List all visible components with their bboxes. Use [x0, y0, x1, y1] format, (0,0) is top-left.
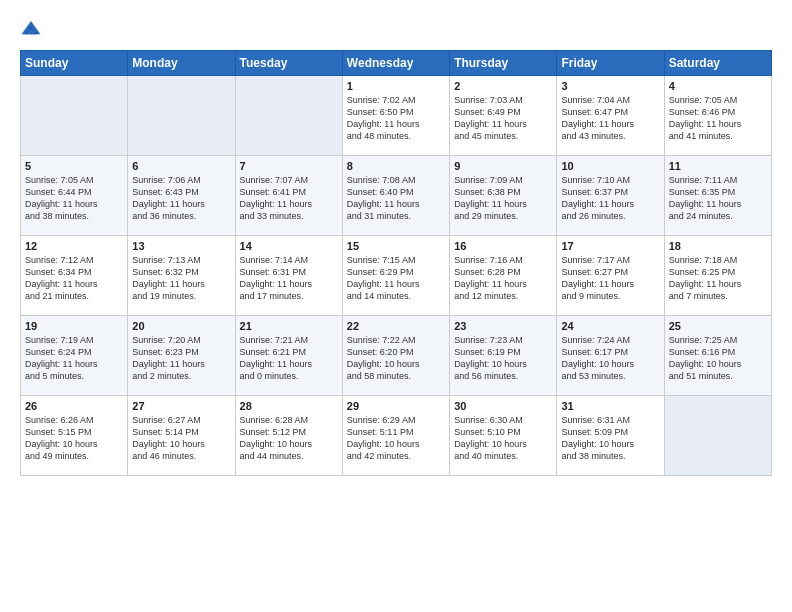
weekday-header: Sunday: [21, 51, 128, 76]
calendar-cell: 18Sunrise: 7:18 AM Sunset: 6:25 PM Dayli…: [664, 236, 771, 316]
day-number: 30: [454, 400, 552, 412]
calendar-week: 1Sunrise: 7:02 AM Sunset: 6:50 PM Daylig…: [21, 76, 772, 156]
day-info: Sunrise: 7:19 AM Sunset: 6:24 PM Dayligh…: [25, 334, 123, 383]
calendar-cell: 6Sunrise: 7:06 AM Sunset: 6:43 PM Daylig…: [128, 156, 235, 236]
day-number: 13: [132, 240, 230, 252]
calendar-cell: 20Sunrise: 7:20 AM Sunset: 6:23 PM Dayli…: [128, 316, 235, 396]
calendar-cell: 30Sunrise: 6:30 AM Sunset: 5:10 PM Dayli…: [450, 396, 557, 476]
day-number: 25: [669, 320, 767, 332]
calendar-cell: 26Sunrise: 6:26 AM Sunset: 5:15 PM Dayli…: [21, 396, 128, 476]
day-info: Sunrise: 7:18 AM Sunset: 6:25 PM Dayligh…: [669, 254, 767, 303]
day-number: 7: [240, 160, 338, 172]
calendar-cell: 9Sunrise: 7:09 AM Sunset: 6:38 PM Daylig…: [450, 156, 557, 236]
calendar-cell: 5Sunrise: 7:05 AM Sunset: 6:44 PM Daylig…: [21, 156, 128, 236]
day-number: 8: [347, 160, 445, 172]
weekday-header: Wednesday: [342, 51, 449, 76]
page: SundayMondayTuesdayWednesdayThursdayFrid…: [0, 0, 792, 612]
day-number: 5: [25, 160, 123, 172]
weekday-header: Friday: [557, 51, 664, 76]
day-number: 24: [561, 320, 659, 332]
weekday-header: Thursday: [450, 51, 557, 76]
calendar-cell: 28Sunrise: 6:28 AM Sunset: 5:12 PM Dayli…: [235, 396, 342, 476]
calendar-cell: 21Sunrise: 7:21 AM Sunset: 6:21 PM Dayli…: [235, 316, 342, 396]
day-number: 19: [25, 320, 123, 332]
day-info: Sunrise: 7:05 AM Sunset: 6:44 PM Dayligh…: [25, 174, 123, 223]
calendar-cell: 15Sunrise: 7:15 AM Sunset: 6:29 PM Dayli…: [342, 236, 449, 316]
day-number: 21: [240, 320, 338, 332]
day-info: Sunrise: 6:27 AM Sunset: 5:14 PM Dayligh…: [132, 414, 230, 463]
calendar-cell: 11Sunrise: 7:11 AM Sunset: 6:35 PM Dayli…: [664, 156, 771, 236]
day-info: Sunrise: 7:10 AM Sunset: 6:37 PM Dayligh…: [561, 174, 659, 223]
calendar-week: 19Sunrise: 7:19 AM Sunset: 6:24 PM Dayli…: [21, 316, 772, 396]
day-info: Sunrise: 7:13 AM Sunset: 6:32 PM Dayligh…: [132, 254, 230, 303]
day-number: 12: [25, 240, 123, 252]
calendar-cell: 19Sunrise: 7:19 AM Sunset: 6:24 PM Dayli…: [21, 316, 128, 396]
calendar-cell: [235, 76, 342, 156]
day-info: Sunrise: 7:22 AM Sunset: 6:20 PM Dayligh…: [347, 334, 445, 383]
day-number: 3: [561, 80, 659, 92]
calendar-body: 1Sunrise: 7:02 AM Sunset: 6:50 PM Daylig…: [21, 76, 772, 476]
day-info: Sunrise: 6:29 AM Sunset: 5:11 PM Dayligh…: [347, 414, 445, 463]
day-info: Sunrise: 7:02 AM Sunset: 6:50 PM Dayligh…: [347, 94, 445, 143]
calendar-cell: 8Sunrise: 7:08 AM Sunset: 6:40 PM Daylig…: [342, 156, 449, 236]
day-info: Sunrise: 7:20 AM Sunset: 6:23 PM Dayligh…: [132, 334, 230, 383]
day-info: Sunrise: 7:07 AM Sunset: 6:41 PM Dayligh…: [240, 174, 338, 223]
day-number: 28: [240, 400, 338, 412]
day-number: 18: [669, 240, 767, 252]
calendar-cell: 29Sunrise: 6:29 AM Sunset: 5:11 PM Dayli…: [342, 396, 449, 476]
calendar-cell: 3Sunrise: 7:04 AM Sunset: 6:47 PM Daylig…: [557, 76, 664, 156]
day-info: Sunrise: 7:09 AM Sunset: 6:38 PM Dayligh…: [454, 174, 552, 223]
day-number: 27: [132, 400, 230, 412]
calendar-cell: 2Sunrise: 7:03 AM Sunset: 6:49 PM Daylig…: [450, 76, 557, 156]
calendar-cell: 27Sunrise: 6:27 AM Sunset: 5:14 PM Dayli…: [128, 396, 235, 476]
calendar-cell: [664, 396, 771, 476]
day-number: 2: [454, 80, 552, 92]
day-info: Sunrise: 6:30 AM Sunset: 5:10 PM Dayligh…: [454, 414, 552, 463]
calendar-cell: 23Sunrise: 7:23 AM Sunset: 6:19 PM Dayli…: [450, 316, 557, 396]
logo: [20, 18, 46, 40]
day-number: 6: [132, 160, 230, 172]
day-number: 16: [454, 240, 552, 252]
day-number: 20: [132, 320, 230, 332]
calendar-cell: 12Sunrise: 7:12 AM Sunset: 6:34 PM Dayli…: [21, 236, 128, 316]
day-info: Sunrise: 7:12 AM Sunset: 6:34 PM Dayligh…: [25, 254, 123, 303]
day-number: 26: [25, 400, 123, 412]
day-info: Sunrise: 7:16 AM Sunset: 6:28 PM Dayligh…: [454, 254, 552, 303]
calendar-cell: 13Sunrise: 7:13 AM Sunset: 6:32 PM Dayli…: [128, 236, 235, 316]
logo-icon: [20, 18, 42, 40]
day-info: Sunrise: 7:23 AM Sunset: 6:19 PM Dayligh…: [454, 334, 552, 383]
calendar-cell: 22Sunrise: 7:22 AM Sunset: 6:20 PM Dayli…: [342, 316, 449, 396]
day-number: 11: [669, 160, 767, 172]
day-info: Sunrise: 7:25 AM Sunset: 6:16 PM Dayligh…: [669, 334, 767, 383]
header: [20, 18, 772, 40]
day-info: Sunrise: 7:11 AM Sunset: 6:35 PM Dayligh…: [669, 174, 767, 223]
day-info: Sunrise: 7:21 AM Sunset: 6:21 PM Dayligh…: [240, 334, 338, 383]
calendar-cell: 24Sunrise: 7:24 AM Sunset: 6:17 PM Dayli…: [557, 316, 664, 396]
day-number: 10: [561, 160, 659, 172]
calendar-cell: 4Sunrise: 7:05 AM Sunset: 6:46 PM Daylig…: [664, 76, 771, 156]
day-number: 31: [561, 400, 659, 412]
day-number: 4: [669, 80, 767, 92]
calendar-week: 5Sunrise: 7:05 AM Sunset: 6:44 PM Daylig…: [21, 156, 772, 236]
day-number: 1: [347, 80, 445, 92]
calendar-cell: [21, 76, 128, 156]
weekday-header: Monday: [128, 51, 235, 76]
calendar-cell: 1Sunrise: 7:02 AM Sunset: 6:50 PM Daylig…: [342, 76, 449, 156]
calendar-cell: 16Sunrise: 7:16 AM Sunset: 6:28 PM Dayli…: [450, 236, 557, 316]
calendar-cell: 17Sunrise: 7:17 AM Sunset: 6:27 PM Dayli…: [557, 236, 664, 316]
calendar-cell: [128, 76, 235, 156]
day-info: Sunrise: 7:17 AM Sunset: 6:27 PM Dayligh…: [561, 254, 659, 303]
day-number: 14: [240, 240, 338, 252]
weekday-row: SundayMondayTuesdayWednesdayThursdayFrid…: [21, 51, 772, 76]
day-number: 15: [347, 240, 445, 252]
day-info: Sunrise: 7:05 AM Sunset: 6:46 PM Dayligh…: [669, 94, 767, 143]
day-info: Sunrise: 7:08 AM Sunset: 6:40 PM Dayligh…: [347, 174, 445, 223]
day-info: Sunrise: 7:14 AM Sunset: 6:31 PM Dayligh…: [240, 254, 338, 303]
weekday-header: Saturday: [664, 51, 771, 76]
day-info: Sunrise: 7:06 AM Sunset: 6:43 PM Dayligh…: [132, 174, 230, 223]
svg-rect-2: [27, 30, 34, 34]
calendar-week: 26Sunrise: 6:26 AM Sunset: 5:15 PM Dayli…: [21, 396, 772, 476]
calendar-cell: 7Sunrise: 7:07 AM Sunset: 6:41 PM Daylig…: [235, 156, 342, 236]
day-info: Sunrise: 7:03 AM Sunset: 6:49 PM Dayligh…: [454, 94, 552, 143]
day-info: Sunrise: 7:24 AM Sunset: 6:17 PM Dayligh…: [561, 334, 659, 383]
